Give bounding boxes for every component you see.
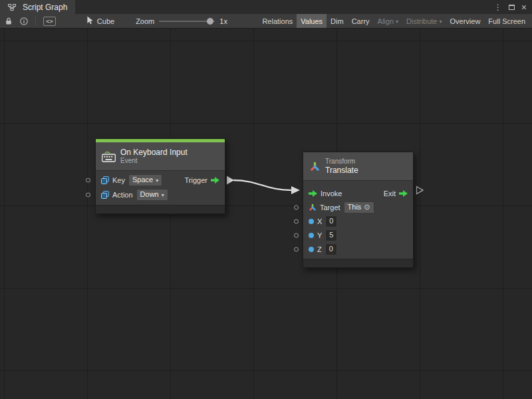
tab-title: Script Graph (23, 3, 67, 12)
node-header[interactable]: On Keyboard Input Event (96, 142, 225, 171)
relations-button[interactable]: Relations (258, 14, 297, 28)
y-label: Y (317, 231, 322, 239)
zoom-control: Zoom 1x (136, 17, 227, 25)
tab-script-graph[interactable]: Script Graph (0, 0, 75, 14)
chevron-down-icon: ▾ (396, 19, 398, 25)
invoke-label: Invoke (321, 190, 342, 198)
value-port-dot (309, 247, 314, 252)
transform-mini-icon (309, 203, 317, 211)
values-button[interactable]: Values (297, 14, 327, 28)
target-object-field[interactable]: This ⊙ (344, 201, 374, 213)
node-body: Invoke Exit (303, 181, 413, 259)
y-row: Y 5 (303, 228, 413, 242)
trigger-flow-port[interactable] (211, 177, 219, 184)
chevron-down-icon: ▾ (156, 178, 158, 184)
action-dropdown[interactable]: Down ▾ (136, 189, 168, 201)
key-row: Key Space ▾ Trigger (96, 173, 225, 188)
target-row: Target This ⊙ (303, 200, 413, 214)
distribute-button[interactable]: Distribute ▾ (402, 14, 446, 28)
y-value-field[interactable]: 5 (325, 229, 337, 241)
align-button[interactable]: Align ▾ (374, 14, 402, 28)
wire-end-arrow (291, 186, 300, 194)
chevron-down-icon: ▾ (440, 19, 442, 25)
script-graph-window: Script Graph ⋮ × <> (0, 0, 532, 399)
chevron-down-icon: ▾ (162, 193, 164, 198)
transform-icon (309, 161, 321, 172)
node-title: Translate (325, 166, 358, 175)
key-input-port[interactable] (86, 178, 90, 183)
graph-toolbar: <> Cube Zoom 1x Relations Values (0, 14, 532, 29)
invoke-row: Invoke Exit (303, 186, 413, 200)
maximize-icon[interactable] (509, 5, 515, 10)
node-title: On Keyboard Input (120, 148, 188, 157)
action-label: Action (112, 191, 133, 199)
node-titles: Transform Translate (325, 158, 358, 175)
exit-label: Exit (384, 190, 396, 198)
node-subtitle: Event (120, 157, 188, 165)
object-picker-icon: ⊙ (364, 203, 370, 211)
info-icon[interactable] (17, 14, 31, 28)
x-label: X (317, 217, 322, 225)
close-icon[interactable]: × (521, 3, 527, 12)
graph-canvas[interactable]: On Keyboard Input Event Key Space (0, 29, 532, 399)
key-dropdown[interactable]: Space ▾ (128, 174, 162, 186)
exit-port-triangle (417, 187, 424, 194)
toolbar-divider (35, 17, 36, 25)
z-row: Z 0 (303, 242, 413, 256)
node-titles: On Keyboard Input Event (120, 148, 188, 165)
key-label: Key (112, 176, 125, 184)
pointer-icon (86, 16, 94, 26)
zoom-value: 1x (219, 17, 227, 25)
value-input-icon (101, 191, 109, 199)
node-translate[interactable]: Transform Translate Invoke Exit (303, 152, 414, 268)
script-graph-icon (5, 0, 19, 14)
node-footer (303, 259, 413, 267)
x-row: X 0 (303, 214, 413, 228)
value-port-dot (309, 233, 314, 238)
exit-flow-port[interactable] (399, 190, 408, 197)
node-footer (96, 205, 225, 213)
node-header[interactable]: Transform Translate (303, 152, 413, 181)
zoom-slider-handle[interactable] (207, 18, 213, 25)
action-row: Action Down ▾ (96, 188, 225, 202)
value-input-icon (101, 176, 109, 184)
action-input-port[interactable] (86, 193, 90, 198)
node-on-keyboard-input[interactable]: On Keyboard Input Event Key Space (95, 138, 225, 214)
node-body: Key Space ▾ Trigger (96, 171, 225, 205)
target-object-label: Cube (97, 17, 114, 25)
z-input-port[interactable] (294, 247, 299, 251)
edit-graph-icon[interactable]: <> (41, 14, 59, 28)
trigger-label: Trigger (185, 176, 207, 184)
window-controls: ⋮ × (494, 0, 532, 14)
value-port-dot (309, 219, 314, 224)
connection-wire (0, 29, 532, 399)
x-value-field[interactable]: 0 (325, 215, 337, 227)
fullscreen-button[interactable]: Full Screen (484, 14, 529, 28)
dim-button[interactable]: Dim (327, 14, 348, 28)
z-label: Z (317, 245, 322, 253)
menu-icon[interactable]: ⋮ (494, 3, 502, 11)
target-label: Target (320, 203, 340, 211)
node-category: Transform (325, 158, 358, 166)
overview-button[interactable]: Overview (446, 14, 485, 28)
lock-icon[interactable] (3, 14, 15, 28)
x-input-port[interactable] (294, 219, 299, 223)
zoom-slider[interactable] (159, 21, 215, 22)
graph-target: Cube (86, 16, 114, 26)
titlebar: Script Graph ⋮ × (0, 0, 532, 14)
target-input-port[interactable] (294, 205, 299, 209)
z-value-field[interactable]: 0 (325, 243, 337, 255)
toolbar-buttons: Relations Values Dim Carry Align ▾ Distr… (258, 14, 529, 28)
keyboard-event-icon (102, 151, 116, 162)
wire-start-arrow (227, 176, 234, 185)
invoke-flow-port[interactable] (309, 190, 317, 197)
zoom-label: Zoom (136, 17, 154, 25)
carry-button[interactable]: Carry (348, 14, 374, 28)
y-input-port[interactable] (294, 233, 299, 237)
